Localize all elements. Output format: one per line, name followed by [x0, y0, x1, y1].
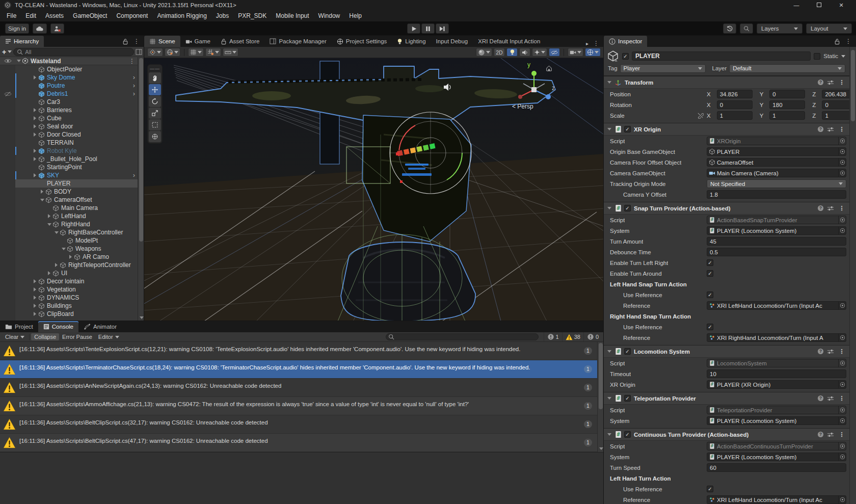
input-scale-z[interactable]	[822, 111, 849, 120]
scene-viewport[interactable]: —— y z < Persp	[144, 58, 604, 321]
input-position-x[interactable]	[717, 90, 753, 98]
component-enabled-checkbox[interactable]: ✓	[624, 348, 631, 355]
menu-jobs[interactable]: Jobs	[211, 11, 233, 20]
link-icon[interactable]	[697, 112, 704, 119]
object-picker-icon[interactable]	[838, 496, 846, 503]
hierarchy-search-input[interactable]	[25, 49, 130, 55]
object-picker-icon[interactable]	[838, 302, 846, 309]
component-menu-icon[interactable]: ⋮	[837, 126, 846, 133]
hierarchy-item-sky[interactable]: SKY›	[0, 171, 138, 179]
prefab-chevron-icon[interactable]: ›	[133, 91, 135, 96]
hierarchy-options-icon[interactable]	[136, 49, 142, 55]
grid-snap-button[interactable]	[205, 48, 221, 57]
prefab-chevron-icon[interactable]: ›	[133, 75, 135, 80]
console-collapse-button[interactable]: Collapse	[31, 333, 59, 340]
rect-tool-button[interactable]	[149, 119, 161, 130]
object-field-origin-base-gameobject[interactable]: PLAYER	[707, 147, 846, 156]
move-tool-button[interactable]	[149, 84, 161, 95]
scene-3d-render[interactable]	[144, 58, 604, 321]
snap-increment-button[interactable]	[223, 48, 238, 57]
pause-button[interactable]	[421, 23, 435, 34]
object-picker-icon[interactable]	[838, 137, 846, 145]
object-picker-icon[interactable]	[838, 216, 846, 224]
expand-arrow-icon[interactable]	[32, 116, 38, 120]
component-enabled-checkbox[interactable]: ✓	[624, 205, 631, 211]
lock-icon[interactable]	[122, 38, 128, 45]
component-header-xr-origin[interactable]: #✓XR Origin?⋮	[604, 123, 849, 136]
panel-menu-icon[interactable]: ⋮	[844, 38, 853, 45]
expand-arrow-icon[interactable]	[39, 190, 45, 194]
tab-game[interactable]: Game	[180, 36, 216, 47]
hierarchy-item-main-camera[interactable]: Main Camera	[0, 204, 138, 212]
hand-tool-button[interactable]	[149, 72, 161, 84]
sign-in-button[interactable]: Sign in	[5, 23, 29, 34]
checkbox-enable-turn-around[interactable]: ✓	[707, 270, 713, 277]
perspective-toggle[interactable]: < Persp	[512, 103, 533, 110]
effects-dropdown[interactable]	[532, 48, 547, 57]
component-header-teleportation-provider[interactable]: #✓Teleportation Provider?⋮	[604, 392, 849, 405]
object-field-system[interactable]: #PLAYER (Locomotion System)	[707, 226, 846, 235]
object-field-reference[interactable]: XRI RightHand Locomotion/Turn (Input A	[707, 333, 846, 342]
static-dropdown-icon[interactable]	[841, 55, 845, 58]
hierarchy-item-weapons[interactable]: Weapons	[0, 245, 138, 253]
gameobject-name-field[interactable]	[632, 51, 811, 61]
console-scrollbar[interactable]	[597, 342, 604, 452]
hierarchy-item-modelpt[interactable]: ModelPt	[0, 236, 138, 245]
object-field-system[interactable]: #PLAYER (Locomotion System)	[707, 416, 846, 425]
input-position-y[interactable]	[769, 90, 805, 98]
input-turn-speed[interactable]	[707, 463, 846, 472]
minimize-button[interactable]: —	[793, 2, 800, 8]
hierarchy-item-rightbasecontroller[interactable]: RightBaseController	[0, 228, 138, 236]
tab-console[interactable]: Console	[38, 321, 78, 332]
hierarchy-item-objectpooler[interactable]: ObjectPooler	[0, 65, 138, 73]
object-field-xr-origin[interactable]: #PLAYER (XR Origin)	[707, 380, 846, 389]
scene-audio-button[interactable]	[519, 48, 530, 57]
foldout-arrow-icon[interactable]	[606, 350, 612, 353]
expand-arrow-icon[interactable]	[32, 124, 38, 128]
expand-arrow-icon[interactable]	[53, 231, 60, 234]
expand-arrow-icon[interactable]	[60, 248, 67, 250]
scroll-down-icon[interactable]	[599, 447, 603, 450]
expand-arrow-icon[interactable]	[46, 223, 52, 226]
hierarchy-item-car3[interactable]: Car3	[0, 98, 138, 106]
hierarchy-search-box[interactable]	[13, 48, 134, 56]
console-message[interactable]: [16:11:36] Assets\Scripts\TerminatorChas…	[0, 360, 597, 379]
component-enabled-checkbox[interactable]: ✓	[624, 126, 631, 132]
scene-visibility-button[interactable]	[549, 48, 560, 57]
checkbox-use-reference[interactable]: ✓	[707, 486, 713, 492]
component-menu-icon[interactable]: ⋮	[837, 79, 846, 86]
hierarchy-item-robot-kyle[interactable]: Robot Kyle	[0, 147, 138, 155]
object-picker-icon[interactable]	[838, 417, 846, 425]
prefab-chevron-icon[interactable]: ›	[133, 83, 135, 88]
hierarchy-item-sky-dome[interactable]: Sky Dome›	[0, 73, 138, 82]
layers-dropdown[interactable]: Layers	[757, 23, 802, 34]
play-button[interactable]	[407, 23, 420, 34]
tab-hierarchy[interactable]: Hierarchy	[0, 36, 44, 47]
object-picker-icon[interactable]	[838, 158, 846, 166]
input-timeout[interactable]	[707, 369, 846, 378]
tab-lighting[interactable]: Lighting	[392, 36, 431, 47]
input-rotation-x[interactable]	[717, 100, 753, 109]
scrollbar-thumb[interactable]	[851, 50, 855, 121]
input-turn-amount[interactable]	[707, 237, 846, 246]
component-menu-icon[interactable]: ⋮	[837, 431, 846, 438]
object-picker-icon[interactable]	[838, 334, 846, 341]
hierarchy-scene-wasteland[interactable]: Wasteland⋮	[0, 57, 138, 65]
lock-icon[interactable]	[834, 38, 840, 45]
scrollbar-thumb[interactable]	[599, 343, 603, 409]
hierarchy-item-terrain[interactable]: TERRAIN	[0, 139, 138, 147]
expand-arrow-icon[interactable]	[32, 75, 38, 79]
hierarchy-item-ar-camo[interactable]: AR Camo	[0, 253, 138, 261]
expand-arrow-icon[interactable]	[32, 287, 38, 291]
menu-component[interactable]: Component	[112, 11, 152, 20]
prefab-chevron-icon[interactable]: ›	[133, 173, 135, 178]
hierarchy-item-body[interactable]: BODY	[0, 188, 138, 196]
layer-dropdown[interactable]: Default	[729, 64, 845, 73]
object-picker-icon[interactable]	[838, 453, 846, 461]
hierarchy-item-lefthand[interactable]: LeftHand	[0, 212, 138, 220]
object-picker-icon[interactable]	[838, 227, 846, 234]
hierarchy-item-barrieres[interactable]: Barrieres	[0, 106, 138, 114]
menu-help[interactable]: Help	[344, 11, 366, 20]
home-view-icon[interactable]	[546, 65, 552, 71]
object-picker-icon[interactable]	[838, 169, 846, 177]
